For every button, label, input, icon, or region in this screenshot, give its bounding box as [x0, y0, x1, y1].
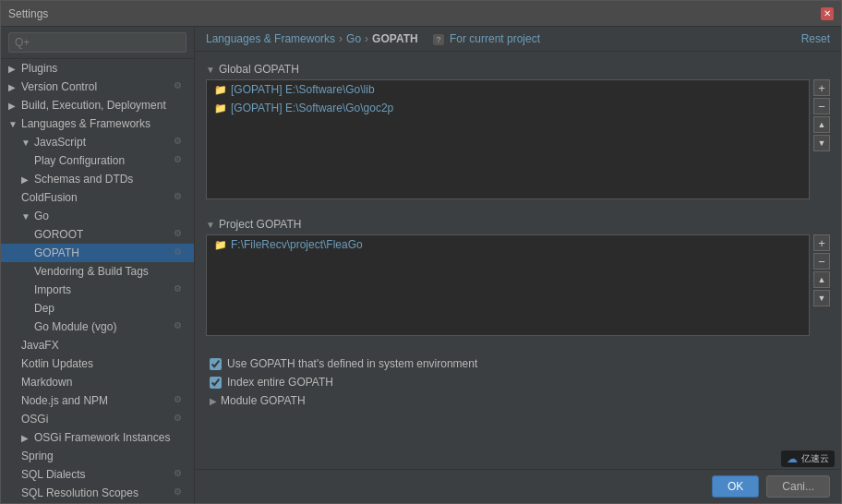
watermark-text: 亿速云: [801, 452, 829, 465]
settings-icon: ⚙: [174, 246, 186, 259]
use-gopath-env-checkbox[interactable]: [210, 358, 222, 370]
list-item: 📁 [GOPATH] E:\Software\Go\goc2p: [207, 99, 809, 117]
breadcrumb-part-1[interactable]: Languages & Frameworks: [206, 32, 335, 45]
cloud-icon: ☁: [787, 452, 798, 465]
move-down-global-gopath-button[interactable]: ▼: [813, 135, 830, 151]
breadcrumb-bar: Languages & Frameworks › Go › GOPATH ? F…: [195, 27, 841, 52]
sidebar-item-spring[interactable]: Spring: [1, 447, 194, 465]
chevron-down-icon: ▼: [206, 220, 215, 230]
move-down-project-gopath-button[interactable]: ▼: [813, 290, 830, 306]
move-up-project-gopath-button[interactable]: ▲: [813, 271, 830, 288]
global-gopath-list: 📁 [GOPATH] E:\Software\Go\lib 📁 [GOPATH]…: [206, 79, 810, 199]
settings-icon: ⚙: [174, 283, 186, 296]
settings-icon: ⚙: [174, 228, 186, 241]
chevron-right-icon: ▶: [8, 82, 21, 92]
sidebar-item-markdown[interactable]: Markdown: [1, 373, 194, 391]
sidebar-item-kotlin-updates[interactable]: Kotlin Updates: [1, 354, 194, 373]
chevron-down-icon: ▼: [206, 65, 215, 75]
project-gopath-list: 📁 F:\FileRecv\project\FleaGo: [206, 234, 810, 336]
remove-project-gopath-button[interactable]: −: [813, 253, 830, 270]
settings-icon: ⚙: [174, 136, 186, 149]
sidebar-item-version-control[interactable]: ▶ Version Control ⚙: [1, 78, 194, 96]
search-input[interactable]: [8, 32, 186, 53]
chevron-right-icon: ▶: [8, 64, 21, 74]
remove-global-gopath-button[interactable]: −: [813, 98, 830, 114]
breadcrumb-part-2[interactable]: Go: [346, 32, 361, 45]
settings-icon: ⚙: [174, 468, 186, 481]
chevron-down-icon: ▼: [21, 211, 34, 222]
chevron-right-icon: ▶: [8, 101, 21, 111]
cancel-button[interactable]: Cani...: [766, 475, 830, 498]
module-gopath-label: Module GOPATH: [221, 394, 306, 407]
sidebar-item-javascript[interactable]: ▼ JavaScript ⚙: [1, 133, 194, 151]
search-box: [1, 27, 194, 59]
chevron-down-icon: ▼: [8, 119, 21, 129]
close-button[interactable]: ✕: [821, 7, 834, 20]
module-gopath-row[interactable]: ▶ Module GOPATH: [206, 391, 830, 410]
sidebar-item-plugins[interactable]: ▶ Plugins: [1, 59, 194, 78]
sidebar-item-build-execution[interactable]: ▶ Build, Execution, Deployment: [1, 96, 194, 114]
settings-icon: ⚙: [174, 80, 186, 93]
sidebar-item-schemas-dtds[interactable]: ▶ Schemas and DTDs: [1, 170, 194, 188]
global-gopath-actions: + − ▲ ▼: [813, 79, 830, 207]
chevron-right-icon: ▶: [21, 433, 34, 443]
sidebar-item-goroot[interactable]: GOROOT ⚙: [1, 225, 194, 244]
chevron-right-icon: ▶: [21, 174, 34, 185]
sidebar-item-sql-dialects[interactable]: SQL Dialects ⚙: [1, 465, 194, 484]
chevron-right-icon: ▶: [210, 396, 217, 406]
sidebar-item-coldfusion[interactable]: ColdFusion ⚙: [1, 188, 194, 207]
ok-button[interactable]: OK: [712, 475, 759, 498]
folder-icon: 📁: [214, 84, 227, 96]
global-gopath-section: ▼ Global GOPATH 📁 [GOPATH] E:\Software\G…: [206, 63, 830, 207]
breadcrumb-sep-2: ›: [365, 32, 368, 45]
add-global-gopath-button[interactable]: +: [813, 79, 830, 96]
sidebar-item-osgi-framework[interactable]: ▶ OSGi Framework Instances: [1, 428, 194, 447]
project-gopath-section: ▼ Project GOPATH 📁 F:\FileRecv\project\F…: [206, 218, 830, 343]
sidebar-item-languages-frameworks[interactable]: ▼ Languages & Frameworks: [1, 114, 194, 133]
settings-icon: ⚙: [174, 154, 186, 167]
global-gopath-header[interactable]: ▼ Global GOPATH: [206, 63, 830, 76]
use-gopath-env-label: Use GOPATH that's defined in system envi…: [227, 357, 477, 370]
titlebar: Settings ✕: [1, 1, 841, 27]
global-gopath-title: Global GOPATH: [219, 63, 299, 76]
index-entire-gopath-label: Index entire GOPATH: [227, 376, 333, 389]
footer: OK Cani...: [195, 469, 841, 503]
project-gopath-title: Project GOPATH: [219, 218, 302, 231]
sidebar-item-javafx[interactable]: JavaFX: [1, 336, 194, 354]
reset-button[interactable]: Reset: [801, 32, 830, 45]
folder-icon: 📁: [214, 102, 227, 114]
sidebar-item-go-module[interactable]: Go Module (vgo) ⚙: [1, 318, 194, 336]
sidebar-item-dep[interactable]: Dep: [1, 299, 194, 318]
use-gopath-env-row: Use GOPATH that's defined in system envi…: [206, 354, 830, 373]
index-entire-gopath-row: Index entire GOPATH: [206, 373, 830, 391]
sidebar-item-go[interactable]: ▼ Go: [1, 207, 194, 225]
window-title: Settings: [8, 7, 48, 20]
settings-icon: ⚙: [174, 191, 186, 204]
sidebar-item-sql-resolution[interactable]: SQL Resolution Scopes ⚙: [1, 484, 194, 502]
sidebar-item-vendoring[interactable]: Vendoring & Build Tags: [1, 262, 194, 281]
sidebar-item-gopath[interactable]: GOPATH ⚙: [1, 244, 194, 262]
sidebar: ▶ Plugins ▶ Version Control ⚙ ▶ Build, E…: [1, 27, 195, 503]
settings-window: Settings ✕ ▶ Plugins ▶ Version Control ⚙…: [0, 0, 842, 504]
project-gopath-header[interactable]: ▼ Project GOPATH: [206, 218, 830, 231]
breadcrumb-sep-1: ›: [339, 32, 343, 45]
sidebar-item-imports[interactable]: Imports ⚙: [1, 281, 194, 299]
settings-icon: ⚙: [174, 486, 186, 499]
sidebar-item-nodejs-npm[interactable]: Node.js and NPM ⚙: [1, 391, 194, 410]
sidebar-item-osgi[interactable]: OSGi ⚙: [1, 410, 194, 428]
folder-icon: 📁: [214, 239, 227, 251]
watermark: ☁ 亿速云: [781, 450, 835, 467]
list-item: 📁 F:\FileRecv\project\FleaGo: [207, 235, 809, 254]
settings-icon: ⚙: [174, 413, 186, 426]
sidebar-item-play-configuration[interactable]: Play Configuration ⚙: [1, 151, 194, 170]
panel-content: ▼ Global GOPATH 📁 [GOPATH] E:\Software\G…: [195, 52, 841, 469]
add-project-gopath-button[interactable]: +: [813, 234, 830, 251]
list-item: 📁 [GOPATH] E:\Software\Go\lib: [207, 80, 809, 99]
project-gopath-actions: + − ▲ ▼: [813, 234, 830, 343]
hint-icon: ?: [433, 34, 444, 45]
move-up-global-gopath-button[interactable]: ▲: [813, 116, 830, 133]
svg-text:?: ?: [436, 35, 440, 44]
index-entire-gopath-checkbox[interactable]: [210, 377, 222, 389]
chevron-down-icon: ▼: [21, 138, 34, 148]
settings-icon: ⚙: [174, 394, 186, 407]
